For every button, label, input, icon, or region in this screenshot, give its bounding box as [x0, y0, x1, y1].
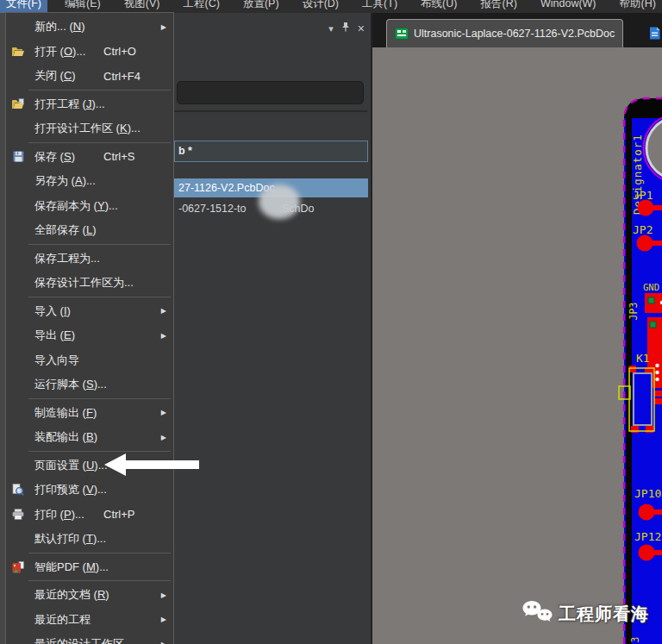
- menu-item-label: 打开 (O)...: [30, 44, 85, 59]
- menu-item[interactable]: 保存 (S)Ctrl+S: [6, 145, 173, 170]
- menu-item-label: 页面设置 (U)...: [30, 458, 108, 473]
- menu-item-shortcut: Ctrl+P: [103, 508, 134, 521]
- submenu-arrow-icon: ▶: [161, 591, 166, 599]
- save-icon: [6, 151, 30, 162]
- menu-item[interactable]: 打开 (O)...Ctrl+O: [6, 40, 173, 65]
- menu-item[interactable]: 全部保存 (L): [6, 218, 173, 243]
- menu-item-label: 保存工程为...: [30, 251, 100, 266]
- submenu-arrow-icon: ▶: [161, 434, 166, 441]
- menu-item[interactable]: 最近的工程▶: [6, 608, 173, 633]
- pcb-label-k1[interactable]: K1: [636, 352, 650, 365]
- pcb-label-fragment[interactable]: 3: [629, 636, 641, 642]
- menu-item[interactable]: 最近的设计工作区▶: [6, 632, 173, 644]
- menu-item[interactable]: 打印预览 (V)...: [6, 478, 173, 503]
- menubar-item[interactable]: Window(W): [534, 0, 603, 13]
- smart-pdf-icon: [6, 561, 30, 573]
- menu-item-label: 最近的文档 (R): [30, 587, 109, 603]
- annotation-arrow: [102, 452, 202, 479]
- pcb-pad-jp2[interactable]: [637, 235, 653, 252]
- menu-item[interactable]: 关闭 (C)Ctrl+F4: [6, 64, 173, 89]
- menubar-item[interactable]: 布线(U): [415, 0, 463, 13]
- pcb-label-jp3[interactable]: JP3: [628, 303, 640, 321]
- menu-item[interactable]: 保存副本为 (Y)...: [6, 194, 173, 219]
- menu-item[interactable]: 打开工程 (J)...: [6, 92, 173, 117]
- menu-item[interactable]: 导出 (E)▶: [6, 323, 173, 348]
- open-project-icon: [6, 98, 30, 109]
- pcb-component-k1[interactable]: [634, 373, 652, 425]
- panel-search-input[interactable]: [177, 81, 364, 104]
- menu-item[interactable]: 制造输出 (F)▶: [6, 401, 173, 426]
- document-tab[interactable]: Ultrasonic-Laplace-0627-1126-V2.PcbDoc: [386, 19, 623, 47]
- printer-icon: [6, 509, 30, 520]
- menu-item-label: 保存 (S): [30, 149, 75, 165]
- menu-item[interactable]: 打开设计工作区 (K)...: [6, 116, 173, 141]
- menubar-item[interactable]: 工具(T): [356, 0, 403, 13]
- document-tab[interactable]: Ult: [641, 19, 662, 47]
- menubar-item[interactable]: 放置(P): [237, 0, 285, 13]
- menubar-item[interactable]: 设计(D): [297, 0, 345, 13]
- pcb-label-jp10[interactable]: JP10: [634, 487, 661, 500]
- menu-item[interactable]: 最近的文档 (R)▶: [6, 583, 173, 608]
- pcb-editor-canvas[interactable]: Designator1 JP1 JP2 GND JP3 K1 JP10 JP12…: [372, 47, 662, 644]
- submenu-arrow-icon: ▶: [161, 641, 166, 644]
- menu-item-shortcut: Ctrl+S: [103, 150, 134, 163]
- submenu-arrow-icon: ▶: [161, 616, 166, 623]
- menu-item-label: 最近的设计工作区: [30, 636, 124, 644]
- document-name: 27-1126-V2.PcbDoc: [178, 182, 275, 194]
- pcb-pad-jp10[interactable]: [639, 504, 655, 521]
- file-menu: 新的... (N)▶打开 (O)...Ctrl+O关闭 (C)Ctrl+F4打开…: [5, 12, 174, 644]
- menu-item-shortcut: Ctrl+F4: [103, 70, 141, 83]
- menu-item-label: 打印 (P)...: [30, 507, 84, 522]
- menu-item-label: 全部保存 (L): [30, 222, 97, 238]
- menu-item-label: 另存为 (A)...: [30, 173, 96, 189]
- pcb-pad-jp1[interactable]: [638, 200, 654, 216]
- pcb-label-jp12[interactable]: JP12: [634, 530, 661, 543]
- menu-item-label: 制造输出 (F): [30, 405, 97, 421]
- menu-item-label: 导入向导: [30, 353, 79, 368]
- panel-header: ▾ ×: [328, 22, 365, 34]
- pcb-label-gnd[interactable]: GND: [643, 282, 659, 292]
- wechat-icon: [521, 599, 553, 628]
- menubar-item[interactable]: 视图(V): [118, 0, 166, 13]
- schdoc-icon: [649, 27, 660, 40]
- pcb-board[interactable]: Designator1 JP1 JP2 GND JP3 K1 JP10 JP12…: [615, 90, 662, 644]
- document-name: -0627-1512-to: [178, 203, 247, 215]
- menu-item-label: 新的... (N): [30, 19, 85, 34]
- menu-item-label: 运行脚本 (S)...: [30, 377, 107, 392]
- menu-item[interactable]: 默认打印 (T)...: [6, 527, 173, 552]
- submenu-arrow-icon: ▶: [161, 332, 166, 340]
- menu-item[interactable]: 打印 (P)...Ctrl+P: [6, 503, 173, 528]
- submenu-arrow-icon: ▶: [161, 409, 166, 416]
- pcb-pad-jp12[interactable]: [639, 545, 655, 561]
- censor-blur: [259, 184, 300, 219]
- menubar-item[interactable]: 文件(F): [0, 0, 47, 13]
- panel-divider: [174, 110, 367, 112]
- menu-item[interactable]: 智能PDF (M)...: [6, 555, 173, 580]
- menu-item[interactable]: 导入向导: [6, 348, 173, 373]
- menu-item[interactable]: 保存设计工作区为...: [6, 271, 173, 296]
- panel-close-icon[interactable]: ×: [358, 22, 365, 34]
- menubar-item[interactable]: 帮助(H): [614, 0, 662, 13]
- menu-item-label: 最近的工程: [30, 612, 91, 628]
- pcb-label-jp1[interactable]: JP1: [633, 189, 653, 202]
- watermark: 工程师看海: [521, 599, 649, 628]
- altium-designer-window: 文件(F)编辑(E)视图(V)工程(C)放置(P)设计(D)工具(T)布线(U)…: [0, 0, 662, 644]
- menubar-item[interactable]: 报告(R): [475, 0, 523, 13]
- menu-item[interactable]: 保存工程为...: [6, 247, 173, 272]
- menu-item[interactable]: 新的... (N)▶: [6, 15, 173, 40]
- menu-item[interactable]: 装配输出 (B)▶: [6, 425, 173, 450]
- menu-item[interactable]: 导入 (I)▶: [6, 299, 173, 324]
- menu-item-label: 装配输出 (B): [30, 429, 97, 445]
- menu-item[interactable]: 运行脚本 (S)...: [6, 372, 173, 397]
- menu-item-label: 关闭 (C): [30, 68, 76, 84]
- menu-item[interactable]: 另存为 (A)...: [6, 169, 173, 194]
- open-folder-icon: [6, 46, 30, 57]
- projects-panel: ▾ × b * 27-1126-V2.PcbDoc-0627-1512-to.S…: [172, 13, 372, 644]
- pcb-label-jp2[interactable]: JP2: [633, 223, 653, 236]
- menubar-item[interactable]: 工程(C): [178, 0, 226, 13]
- submenu-arrow-icon: ▶: [161, 307, 166, 315]
- panel-dropdown-icon[interactable]: ▾: [328, 22, 334, 34]
- project-name-field[interactable]: b *: [174, 141, 368, 162]
- panel-pin-icon[interactable]: [341, 22, 350, 34]
- menubar-item[interactable]: 编辑(E): [59, 0, 107, 13]
